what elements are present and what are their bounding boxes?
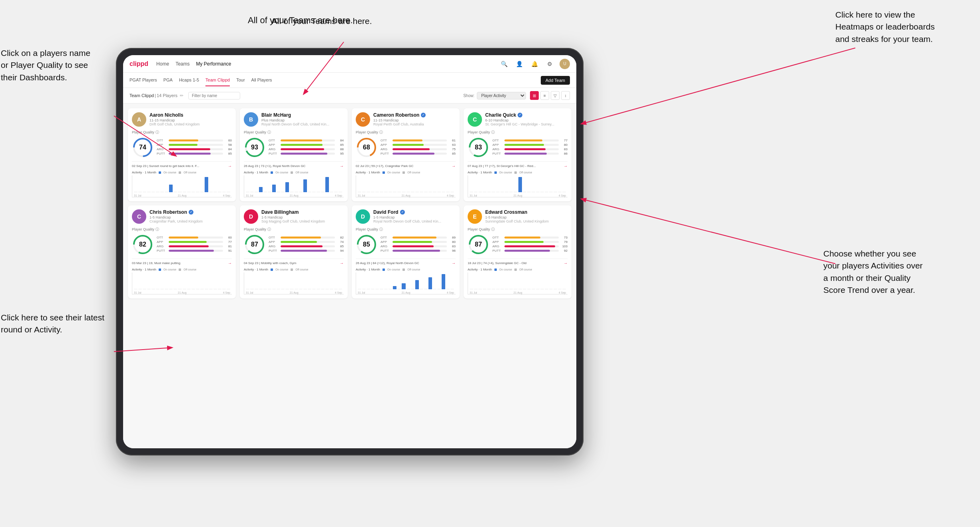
player-club: Drift Golf Club, United Kingdom: [149, 122, 232, 126]
sub-nav-pgat[interactable]: PGAT Players: [129, 74, 157, 86]
activity-chart: 31 Jul 21 Aug 4 Sep: [356, 272, 456, 294]
round-info[interactable]: 07 Aug 23 | 77 (+7), St George's Hill GC…: [468, 161, 568, 168]
nav-teams[interactable]: Teams: [175, 60, 189, 68]
stat-label: OTT: [380, 139, 391, 142]
stat-bar-fill: [169, 139, 198, 141]
round-info[interactable]: 18 Jul 23 | 74 (+4), Sunningdale GC - Ol…: [468, 259, 568, 265]
list-view-button[interactable]: ≡: [540, 91, 549, 100]
activity-title: Activity · 1 Month: [468, 171, 492, 174]
player-card[interactable]: D Dave Billingham 1-5 Handicap Sog Magji…: [240, 205, 348, 298]
player-card[interactable]: D David Ford ✓ 1-5 Handicap Royal North …: [352, 205, 460, 298]
nav-home[interactable]: Home: [156, 60, 169, 68]
quality-circle[interactable]: 87: [468, 234, 489, 255]
stat-value: 77: [225, 240, 232, 244]
quality-circle[interactable]: 74: [132, 137, 153, 158]
stats-bars: OTT 61 APP 63: [380, 139, 456, 156]
activity-section: Activity · 1 Month On course Off course …: [244, 268, 344, 294]
stat-row: APP 63: [380, 143, 456, 147]
player-handicap: 1-5 Handicap: [149, 215, 232, 219]
stat-row: APP 58: [157, 143, 232, 147]
round-info[interactable]: 04 Sep 23 | Mobility with coach, Gym →: [244, 259, 344, 265]
stat-bar-fill: [504, 139, 542, 141]
chart-label-mid: 21 Aug: [290, 194, 299, 197]
latest-round-tooltip-text: Click here to see their latestround or A…: [1, 312, 104, 336]
bell-icon[interactable]: 🔔: [529, 59, 540, 69]
player-name: Aaron Nicholls: [149, 112, 232, 118]
activity-title: Activity · 1 Month: [356, 171, 380, 174]
stat-label: ARG: [157, 147, 167, 151]
stat-value: 85: [337, 245, 344, 248]
nav-items: Home Teams My Performance: [156, 60, 499, 68]
stat-bar-bg: [281, 153, 335, 155]
chart-label-mid: 21 Aug: [402, 194, 410, 197]
filter-input[interactable]: [188, 92, 240, 99]
add-team-button[interactable]: Add Team: [541, 76, 570, 85]
nav-my-performance[interactable]: My Performance: [196, 60, 231, 68]
sort-button[interactable]: ↕: [561, 91, 570, 100]
quality-number: 93: [251, 144, 258, 151]
stat-bar-bg: [392, 245, 447, 247]
stat-row: PUTT 91: [157, 249, 232, 253]
edit-icon[interactable]: ✏: [180, 93, 183, 98]
sub-nav-team-clippd[interactable]: Team Clippd: [205, 74, 230, 86]
quality-label: Player Quality ⓘ: [132, 227, 232, 232]
player-card[interactable]: C Charlie Quick ✓ 6-10 Handicap St. Geor…: [464, 108, 572, 201]
stat-bar-bg: [504, 245, 559, 247]
round-arrow-icon: →: [228, 164, 232, 168]
round-info[interactable]: 26 Aug 23 | 73 (+1), Royal North Devon G…: [244, 161, 344, 168]
sub-nav-tour[interactable]: Tour: [236, 74, 245, 86]
chart-labels: 31 Jul 21 Aug 4 Sep: [244, 291, 344, 294]
stat-label: APP: [269, 143, 279, 147]
chart-label-end: 4 Sep: [335, 194, 342, 197]
quality-circle[interactable]: 68: [356, 137, 377, 158]
stat-value: 80: [560, 143, 568, 147]
activity-legend: On course Off course: [159, 268, 196, 271]
player-info: Blair McHarg Plus Handicap Royal North D…: [261, 112, 344, 126]
player-card[interactable]: E Edward Crossman 1-5 Handicap Sunningda…: [464, 205, 572, 298]
stats-bars: OTT 73 APP 79: [492, 236, 568, 253]
stat-label: ARG: [269, 147, 279, 151]
quality-circle[interactable]: 87: [244, 234, 265, 255]
sub-nav-all-players[interactable]: All Players: [251, 74, 272, 86]
player-avatar: E: [468, 209, 482, 224]
quality-circle[interactable]: 93: [244, 137, 265, 158]
player-card[interactable]: B Blair McHarg Plus Handicap Royal North…: [240, 108, 348, 201]
show-select[interactable]: Player Activity Quality Score Trend: [477, 92, 526, 99]
player-card[interactable]: A Aaron Nicholls 11-15 Handicap Drift Go…: [128, 108, 236, 201]
activity-title: Activity · 1 Month: [244, 268, 268, 271]
stat-row: PUTT 92: [492, 249, 568, 253]
round-info[interactable]: 26 Aug 23 | 84 (+12), Royal North Devon …: [356, 259, 456, 265]
quality-circle[interactable]: 83: [468, 137, 489, 158]
round-info[interactable]: 02 Sep 23 | Sunset round to get back int…: [132, 161, 232, 168]
stat-value: 60: [225, 236, 232, 239]
quality-circle[interactable]: 85: [356, 234, 377, 255]
nav-avatar[interactable]: U: [560, 59, 570, 69]
activity-title: Activity · 1 Month: [244, 171, 268, 174]
stat-row: APP 85: [269, 143, 344, 147]
on-course-label: On course: [275, 171, 288, 174]
filter-button[interactable]: ▽: [551, 91, 560, 100]
round-info[interactable]: 03 Mar 23 | 19, Must make putting →: [132, 259, 232, 265]
sub-nav-hcaps[interactable]: Hcaps 1-5: [179, 74, 199, 86]
search-icon[interactable]: 🔍: [499, 59, 509, 69]
stat-label: APP: [157, 240, 167, 244]
player-card[interactable]: C Cameron Robertson ✓ 11-15 Handicap Roy…: [352, 108, 460, 201]
round-text: 18 Jul 23 | 74 (+4), Sunningdale GC - Ol…: [468, 261, 526, 265]
teams-annotation: All of your Teams are here.: [272, 15, 372, 27]
stat-label: PUTT: [380, 152, 391, 155]
settings-icon[interactable]: ⚙: [544, 59, 555, 69]
activity-section: Activity · 1 Month On course Off course …: [132, 171, 232, 197]
round-info[interactable]: 02 Jul 23 | 59 (+17), Craigmillar Park G…: [356, 161, 456, 168]
person-icon[interactable]: 👤: [514, 59, 524, 69]
player-avatar: D: [356, 209, 370, 224]
round-text: 26 Aug 23 | 73 (+1), Royal North Devon G…: [244, 164, 305, 168]
stat-value: 75: [448, 147, 456, 151]
stat-bar-bg: [169, 148, 223, 150]
stat-bar-bg: [504, 144, 559, 146]
grid-view-button[interactable]: ⊞: [530, 91, 539, 100]
player-card[interactable]: C Chris Robertson ✓ 1-5 Handicap Craigmi…: [128, 205, 236, 298]
quality-circle[interactable]: 82: [132, 234, 153, 255]
on-course-label: On course: [387, 268, 400, 271]
sub-nav-pga[interactable]: PGA: [163, 74, 173, 86]
stat-bar-fill: [504, 245, 555, 247]
